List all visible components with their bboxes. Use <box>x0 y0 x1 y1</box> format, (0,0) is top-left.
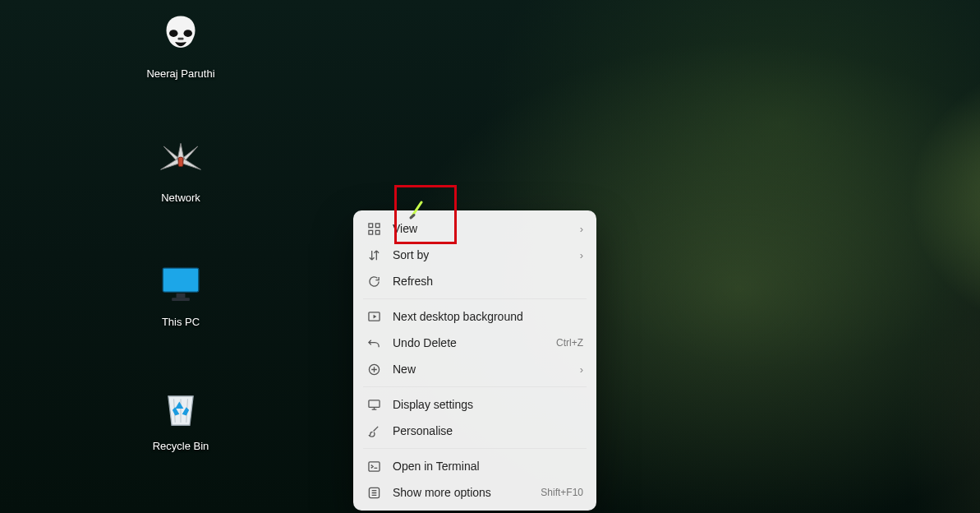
svg-rect-19 <box>375 230 380 234</box>
svg-rect-17 <box>375 223 380 227</box>
desktop[interactable]: Neeraj Paruthi Network <box>0 0 980 513</box>
refresh-icon <box>366 274 381 289</box>
more-options-icon <box>366 485 381 500</box>
menu-label: Refresh <box>393 275 583 288</box>
undo-icon <box>366 335 381 350</box>
svg-rect-24 <box>368 461 379 470</box>
menu-shortcut: Ctrl+Z <box>556 337 583 349</box>
menu-separator <box>363 298 587 299</box>
menu-label: Next desktop background <box>393 310 583 323</box>
chevron-right-icon: › <box>580 223 583 235</box>
sort-icon <box>366 247 381 262</box>
menu-label: Display settings <box>393 398 583 411</box>
menu-label: Open in Terminal <box>393 460 583 473</box>
brush-icon <box>366 423 381 438</box>
desktop-icon-recycle-bin[interactable]: Recycle Bin <box>127 384 234 452</box>
svg-point-1 <box>184 30 193 37</box>
desktop-icons-column: Neeraj Paruthi Network <box>127 12 234 452</box>
menu-label: New <box>393 363 568 376</box>
plus-circle-icon <box>366 362 381 377</box>
menu-label: View <box>393 222 568 235</box>
menu-item-display-settings[interactable]: Display settings <box>353 391 596 418</box>
svg-marker-21 <box>373 314 376 318</box>
svg-point-0 <box>169 30 178 37</box>
menu-item-undo-delete[interactable]: Undo Delete Ctrl+Z <box>353 330 596 356</box>
menu-item-sortby[interactable]: Sort by › <box>353 242 596 268</box>
menu-item-refresh[interactable]: Refresh <box>353 268 596 294</box>
menu-item-next-bg[interactable]: Next desktop background <box>353 303 596 330</box>
menu-label: Sort by <box>393 248 568 261</box>
desktop-icon-this-pc[interactable]: This PC <box>127 260 234 328</box>
menu-shortcut: Shift+F10 <box>541 487 583 498</box>
menu-item-more-options[interactable]: Show more options Shift+F10 <box>353 479 596 506</box>
next-bg-icon <box>366 309 381 324</box>
stormtrooper-icon <box>156 12 205 61</box>
menu-label: Personalise <box>393 424 583 437</box>
desktop-icon-network[interactable]: Network <box>127 136 234 204</box>
menu-label: Undo Delete <box>393 336 545 349</box>
terminal-icon <box>366 459 381 474</box>
desktop-icon-label: Recycle Bin <box>153 440 209 452</box>
svg-rect-16 <box>368 223 372 227</box>
xwing-icon <box>156 136 205 185</box>
svg-rect-9 <box>163 268 199 292</box>
menu-label: Show more options <box>393 486 529 499</box>
svg-marker-6 <box>163 146 177 160</box>
desktop-icon-label: This PC <box>162 316 200 328</box>
chevron-right-icon: › <box>580 249 583 261</box>
svg-rect-11 <box>177 293 186 298</box>
desktop-context-menu: View › Sort by › Refresh <box>353 210 596 511</box>
svg-marker-3 <box>177 143 184 159</box>
recycle-bin-icon <box>156 384 205 433</box>
menu-separator <box>363 386 587 387</box>
grid-icon <box>366 221 381 236</box>
monitor-icon <box>156 260 205 309</box>
svg-rect-8 <box>178 157 183 166</box>
menu-separator <box>363 448 587 449</box>
menu-item-personalise[interactable]: Personalise <box>353 418 596 444</box>
desktop-icon-label: Neeraj Paruthi <box>146 67 214 80</box>
svg-rect-18 <box>368 230 372 234</box>
menu-item-view[interactable]: View › <box>353 215 596 242</box>
display-settings-icon <box>366 397 381 412</box>
svg-rect-2 <box>178 38 184 40</box>
menu-item-new[interactable]: New › <box>353 356 596 382</box>
svg-rect-23 <box>368 400 379 406</box>
menu-item-open-terminal[interactable]: Open in Terminal <box>353 453 596 479</box>
svg-marker-7 <box>184 146 198 160</box>
desktop-icon-label: Network <box>161 192 200 204</box>
chevron-right-icon: › <box>580 363 583 376</box>
svg-rect-12 <box>172 298 190 301</box>
desktop-icon-user-folder[interactable]: Neeraj Paruthi <box>127 12 234 80</box>
